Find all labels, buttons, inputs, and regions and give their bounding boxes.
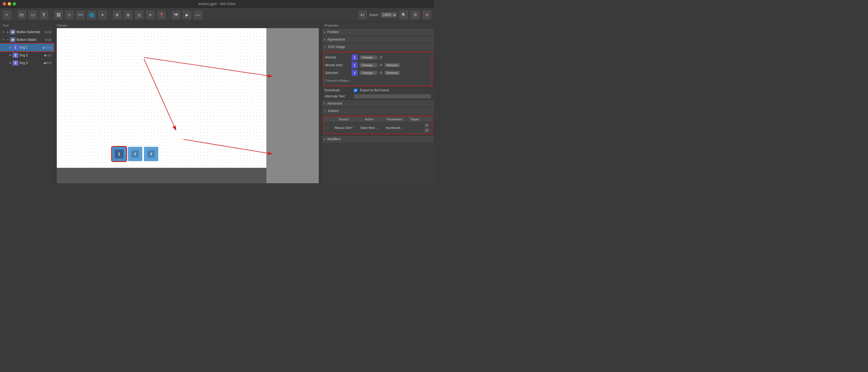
selected-thumb: 1	[351, 70, 358, 76]
canvas-button-2[interactable]: 2	[128, 147, 142, 161]
canvas-button-1[interactable]: 1	[112, 147, 126, 161]
tree-title: Tree	[0, 22, 54, 28]
expand-icon: ▼	[324, 46, 326, 48]
compass-button[interactable]: ✈	[145, 10, 155, 20]
minus-button[interactable]: —	[193, 10, 203, 20]
toolbar-separator2	[51, 11, 51, 19]
zoom-select[interactable]: 100% 75% 150% 200%	[380, 12, 397, 18]
actions-header[interactable]: ▼ Actions	[322, 107, 434, 115]
circle-button[interactable]: ◎	[134, 10, 144, 20]
mouseover-remove-button[interactable]: Remove	[384, 63, 400, 67]
globe-button[interactable]: 🌐	[87, 10, 96, 20]
svg-icon: 1	[13, 45, 18, 50]
download-row: Download: Export to first frame	[322, 87, 434, 93]
modifiers-label: Modifiers	[327, 137, 341, 141]
collapse-icon: ▶	[324, 138, 326, 140]
modifiers-header[interactable]: ▶ Modifiers	[322, 136, 434, 143]
actions-section: ▼ Actions Source Action Parameters Targe…	[322, 107, 434, 135]
select-tool-button[interactable]: ↖	[2, 10, 12, 20]
maximize-button[interactable]	[13, 2, 16, 5]
visibility-icon[interactable]: 👁	[8, 60, 13, 65]
position-header[interactable]: ▶ Position	[322, 28, 434, 36]
svg-icon: 2	[13, 53, 18, 58]
visibility-icon[interactable]: 👁	[1, 30, 6, 34]
appearance-label: Appearance	[327, 37, 345, 41]
svg-image-header[interactable]: ▼ SVG Image	[322, 43, 434, 51]
image-button[interactable]: 🖼	[54, 10, 63, 20]
tree-item-value: ◆65,0	[43, 61, 53, 65]
download-checkbox[interactable]	[354, 89, 358, 92]
action-target-cell[interactable]	[407, 122, 422, 134]
canvas-background	[57, 28, 266, 168]
alt-text-input[interactable]	[354, 94, 431, 99]
folder-icon: 📁	[10, 30, 16, 34]
normal-refresh-button[interactable]: ↺	[379, 55, 382, 60]
visibility-icon[interactable]: 👁	[1, 37, 6, 42]
grid-button[interactable]: ⊞	[123, 10, 133, 20]
alt-text-row: Alternate Text:	[322, 93, 434, 99]
actions-handle-col	[324, 116, 331, 122]
tree-row-svg3[interactable]: 👁 3 Svg 3 ◆65,0	[0, 59, 54, 67]
tree-panel: Tree 👁 ▶ 📁 Button-Selected ↑0,31 👁 ▼ 📁 B…	[0, 22, 54, 186]
expand-icon[interactable]: ▼	[6, 38, 10, 41]
canvas-area[interactable]: 1 2 3	[57, 28, 319, 183]
map-button[interactable]: 🗺	[171, 10, 181, 20]
text-button[interactable]: T	[39, 10, 49, 20]
convert-label: Convert to Button...	[325, 79, 351, 82]
action-source-cell[interactable]: Mouse Click*	[331, 122, 356, 134]
svg-icon: 3	[13, 60, 18, 65]
close-button[interactable]	[3, 2, 6, 5]
rect-button[interactable]: ▭	[28, 10, 38, 20]
selected-row: Selected: 1 Change... ↺ Remove	[325, 69, 431, 77]
tree-row[interactable]: 👁 ▶ 📁 Button-Selected ↑0,31	[0, 28, 54, 36]
normal-change-button[interactable]: Change...	[359, 55, 377, 60]
expand-icon[interactable]: ▶	[6, 31, 10, 33]
tree-item-label: Svg 2	[19, 53, 44, 57]
minimize-button[interactable]	[8, 2, 11, 5]
cursor2-button[interactable]: ↖	[64, 10, 74, 20]
selected-change-button[interactable]: Change...	[359, 70, 377, 75]
layers-button[interactable]: ⧉	[410, 10, 420, 20]
action-add-button[interactable]: +	[424, 128, 429, 133]
settings-button[interactable]: ⚙	[422, 10, 432, 20]
search-button[interactable]: 🔍	[399, 10, 409, 20]
svg-button[interactable]: SVG	[75, 10, 86, 20]
visibility-icon[interactable]: 👁	[8, 53, 13, 58]
action-params-cell[interactable]: Numbered ...	[382, 122, 407, 134]
open-button[interactable]: 🗁	[17, 10, 27, 20]
download-check-text: Export to first frame	[360, 88, 389, 92]
toolbar-separator3	[110, 11, 110, 19]
appearance-header[interactable]: ▶ Appearance	[322, 36, 434, 43]
actions-table: Source Action Parameters Target ⠿ Mouse …	[324, 116, 432, 134]
undo-button[interactable]: ↩	[358, 10, 368, 20]
tree-item-value: ↑0,31	[44, 30, 53, 34]
tree-row-svg1[interactable]: 👁 1 Svg 1 ◆-67,0	[0, 44, 54, 51]
position-section: ▶ Position	[322, 28, 434, 36]
video-button[interactable]: ▶	[182, 10, 192, 20]
advanced-header[interactable]: ▶ Advanced	[322, 100, 434, 107]
canvas-button-3[interactable]: 3	[144, 147, 158, 161]
titlebar: buttons.ggsk - Skin Editor	[0, 0, 434, 8]
arrows-button[interactable]: ✦	[98, 10, 107, 20]
selected-refresh-button[interactable]: ↺	[379, 70, 382, 75]
monitor-button[interactable]: 🖥	[112, 10, 122, 20]
action-action-cell[interactable]: Open Next ...	[356, 122, 382, 134]
download-label: Download:	[324, 88, 352, 92]
selected-remove-button[interactable]: Remove	[384, 70, 400, 75]
advanced-label: Advanced	[327, 102, 342, 106]
action-drag-handle[interactable]: ⠿	[324, 122, 331, 134]
action-row: ⠿ Mouse Click* Open Next ... Numbered ..…	[324, 122, 432, 134]
tree-row[interactable]: 👁 ▼ 📁 Button-States ↑0,31	[0, 36, 54, 44]
position-label: Position	[327, 30, 339, 34]
main-layout: Tree 👁 ▶ 📁 Button-Selected ↑0,31 👁 ▼ 📁 B…	[0, 22, 434, 186]
mouseover-refresh-button[interactable]: ↺	[379, 63, 382, 67]
canvas-buttons-group: 1 2 3	[112, 147, 158, 161]
tree-row-svg2[interactable]: 👁 2 Svg 2 ◆-1,0	[0, 51, 54, 59]
mouseover-change-button[interactable]: Change...	[359, 63, 377, 67]
mouseover-label: Mouse over:	[325, 63, 350, 67]
convert-row: Convert to Button...	[325, 77, 431, 84]
action-remove-button[interactable]: −	[424, 123, 429, 127]
visibility-icon[interactable]: 👁	[8, 45, 13, 50]
pin-button[interactable]: 📍	[156, 10, 166, 20]
window-title: buttons.ggsk - Skin Editor	[198, 2, 236, 6]
